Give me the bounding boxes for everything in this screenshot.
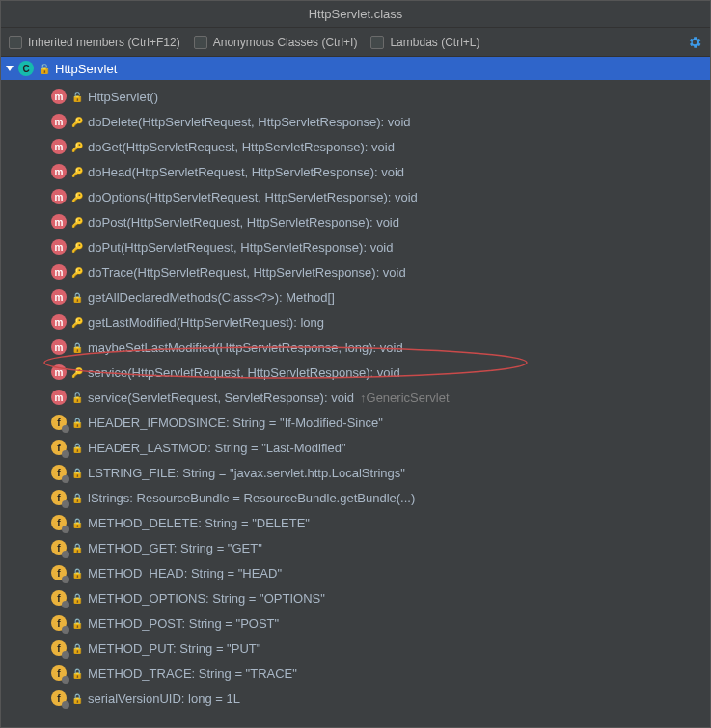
visibility-icon: 🔒 bbox=[72, 418, 82, 428]
visibility-icon: 🔒 bbox=[72, 493, 82, 503]
checkbox-icon bbox=[370, 36, 384, 49]
field-icon: f bbox=[51, 640, 67, 656]
visibility-icon: 🔒 bbox=[72, 292, 82, 303]
member-row[interactable]: m🔒maybeSetLastModified(HttpServletRespon… bbox=[1, 335, 710, 360]
toolbar: Inherited members (Ctrl+F12) Anonymous C… bbox=[1, 28, 710, 57]
field-icon: f bbox=[51, 690, 67, 706]
member-list: m🔓HttpServlet()m🔑doDelete(HttpServletReq… bbox=[1, 80, 710, 715]
member-signature: serialVersionUID: long = 1L bbox=[88, 691, 240, 706]
field-icon: f bbox=[51, 615, 67, 631]
member-row[interactable]: m🔑getLastModified(HttpServletRequest): l… bbox=[1, 310, 710, 335]
visibility-icon: 🔑 bbox=[72, 267, 82, 278]
visibility-icon: 🔑 bbox=[72, 217, 82, 228]
member-row[interactable]: m🔑service(HttpServletRequest, HttpServle… bbox=[1, 360, 710, 385]
checkbox-icon bbox=[194, 36, 207, 49]
member-signature: HEADER_IFMODSINCE: String = "If-Modified… bbox=[88, 416, 383, 430]
visibility-icon: 🔒 bbox=[72, 593, 82, 604]
member-row[interactable]: m🔓HttpServlet() bbox=[1, 84, 710, 109]
field-icon: f bbox=[51, 465, 67, 480]
inherited-members-checkbox[interactable]: Inherited members (Ctrl+F12) bbox=[9, 36, 180, 49]
member-row[interactable]: f🔒METHOD_TRACE: String = "TRACE" bbox=[1, 661, 710, 686]
member-signature: service(ServletRequest, ServletResponse)… bbox=[88, 391, 354, 405]
member-row[interactable]: m🔑doOptions(HttpServletRequest, HttpServ… bbox=[1, 184, 710, 209]
method-icon: m bbox=[51, 364, 67, 380]
member-row[interactable]: m🔑doTrace(HttpServletRequest, HttpServle… bbox=[1, 259, 710, 284]
member-row[interactable]: f🔒HEADER_IFMODSINCE: String = "If-Modifi… bbox=[1, 410, 710, 435]
visibility-icon: 🔓 bbox=[72, 392, 82, 403]
field-icon: f bbox=[51, 490, 67, 505]
method-icon: m bbox=[51, 390, 67, 405]
member-row[interactable]: f🔒serialVersionUID: long = 1L bbox=[1, 686, 710, 711]
member-signature: doTrace(HttpServletRequest, HttpServletR… bbox=[88, 265, 406, 280]
member-row[interactable]: f🔒lStrings: ResourceBundle = ResourceBun… bbox=[1, 485, 710, 510]
visibility-icon: 🔑 bbox=[72, 142, 82, 152]
member-row[interactable]: m🔑doGet(HttpServletRequest, HttpServletR… bbox=[1, 134, 710, 159]
visibility-icon: 🔒 bbox=[72, 518, 82, 528]
checkbox-label: Lambdas (Ctrl+L) bbox=[390, 36, 479, 49]
visibility-icon: 🔒 bbox=[72, 668, 82, 679]
member-signature: METHOD_OPTIONS: String = "OPTIONS" bbox=[88, 591, 325, 606]
method-icon: m bbox=[51, 189, 67, 204]
field-icon: f bbox=[51, 515, 67, 530]
member-row[interactable]: f🔒METHOD_HEAD: String = "HEAD" bbox=[1, 560, 710, 585]
member-row[interactable]: f🔒METHOD_OPTIONS: String = "OPTIONS" bbox=[1, 585, 710, 610]
member-signature: doGet(HttpServletRequest, HttpServletRes… bbox=[88, 140, 395, 154]
member-signature: METHOD_DELETE: String = "DELETE" bbox=[88, 516, 310, 530]
member-signature: service(HttpServletRequest, HttpServletR… bbox=[88, 365, 400, 380]
visibility-icon: 🔒 bbox=[72, 468, 82, 478]
member-signature: getLastModified(HttpServletRequest): lon… bbox=[88, 315, 324, 330]
member-row[interactable]: f🔒METHOD_PUT: String = "PUT" bbox=[1, 635, 710, 661]
visibility-icon: 🔑 bbox=[72, 317, 82, 328]
field-icon: f bbox=[51, 665, 67, 681]
visibility-icon: 🔒 bbox=[72, 568, 82, 579]
member-row[interactable]: f🔒HEADER_LASTMOD: String = "Last-Modifie… bbox=[1, 435, 710, 460]
method-icon: m bbox=[51, 164, 67, 179]
member-signature: METHOD_PUT: String = "PUT" bbox=[88, 641, 260, 656]
class-header[interactable]: C 🔓 HttpServlet bbox=[1, 57, 710, 80]
member-signature: maybeSetLastModified(HttpServletResponse… bbox=[88, 340, 403, 355]
member-signature: doPost(HttpServletRequest, HttpServletRe… bbox=[88, 215, 399, 229]
member-row[interactable]: f🔒LSTRING_FILE: String = "javax.servlet.… bbox=[1, 460, 710, 485]
member-signature: doPut(HttpServletRequest, HttpServletRes… bbox=[88, 240, 394, 255]
method-icon: m bbox=[51, 339, 67, 355]
member-row[interactable]: f🔒METHOD_POST: String = "POST" bbox=[1, 610, 710, 635]
class-name: HttpServlet bbox=[55, 62, 117, 76]
member-row[interactable]: m🔑doHead(HttpServletRequest, HttpServlet… bbox=[1, 159, 710, 184]
lambdas-checkbox[interactable]: Lambdas (Ctrl+L) bbox=[370, 36, 479, 49]
checkbox-label: Inherited members (Ctrl+F12) bbox=[28, 36, 180, 49]
anonymous-classes-checkbox[interactable]: Anonymous Classes (Ctrl+I) bbox=[194, 36, 358, 49]
field-icon: f bbox=[51, 415, 67, 430]
member-row[interactable]: f🔒METHOD_DELETE: String = "DELETE" bbox=[1, 510, 710, 535]
class-icon: C bbox=[18, 61, 34, 76]
method-icon: m bbox=[51, 139, 67, 154]
method-icon: m bbox=[51, 214, 67, 229]
visibility-icon: 🔒 bbox=[72, 543, 82, 553]
visibility-icon: 🔒 bbox=[72, 618, 82, 629]
visibility-icon: 🔒 bbox=[72, 693, 82, 704]
visibility-icon: 🔑 bbox=[72, 242, 82, 253]
member-row[interactable]: f🔒METHOD_GET: String = "GET" bbox=[1, 535, 710, 560]
visibility-icon: 🔑 bbox=[72, 192, 82, 202]
field-icon: f bbox=[51, 440, 67, 455]
visibility-icon: 🔓 bbox=[72, 92, 82, 102]
member-signature: METHOD_POST: String = "POST" bbox=[88, 616, 279, 631]
visibility-icon: 🔒 bbox=[72, 643, 82, 654]
member-row[interactable]: m🔓service(ServletRequest, ServletRespons… bbox=[1, 385, 710, 410]
method-icon: m bbox=[51, 239, 67, 255]
member-row[interactable]: m🔒getAllDeclaredMethods(Class<?>): Metho… bbox=[1, 284, 710, 310]
visibility-icon: 🔓 bbox=[40, 64, 49, 74]
field-icon: f bbox=[51, 590, 67, 606]
member-signature: METHOD_HEAD: String = "HEAD" bbox=[88, 566, 282, 580]
visibility-icon: 🔑 bbox=[72, 367, 82, 378]
member-row[interactable]: m🔑doPut(HttpServletRequest, HttpServletR… bbox=[1, 234, 710, 259]
window-title: HttpServlet.class bbox=[1, 1, 710, 28]
member-signature: METHOD_TRACE: String = "TRACE" bbox=[88, 666, 297, 681]
checkbox-icon bbox=[9, 36, 22, 49]
member-row[interactable]: m🔑doPost(HttpServletRequest, HttpServlet… bbox=[1, 209, 710, 234]
gear-icon[interactable] bbox=[687, 35, 702, 50]
member-signature: lStrings: ResourceBundle = ResourceBundl… bbox=[88, 491, 415, 505]
visibility-icon: 🔑 bbox=[72, 167, 82, 177]
member-signature: HttpServlet() bbox=[88, 90, 158, 104]
member-row[interactable]: m🔑doDelete(HttpServletRequest, HttpServl… bbox=[1, 109, 710, 134]
member-signature: doHead(HttpServletRequest, HttpServletRe… bbox=[88, 165, 404, 179]
